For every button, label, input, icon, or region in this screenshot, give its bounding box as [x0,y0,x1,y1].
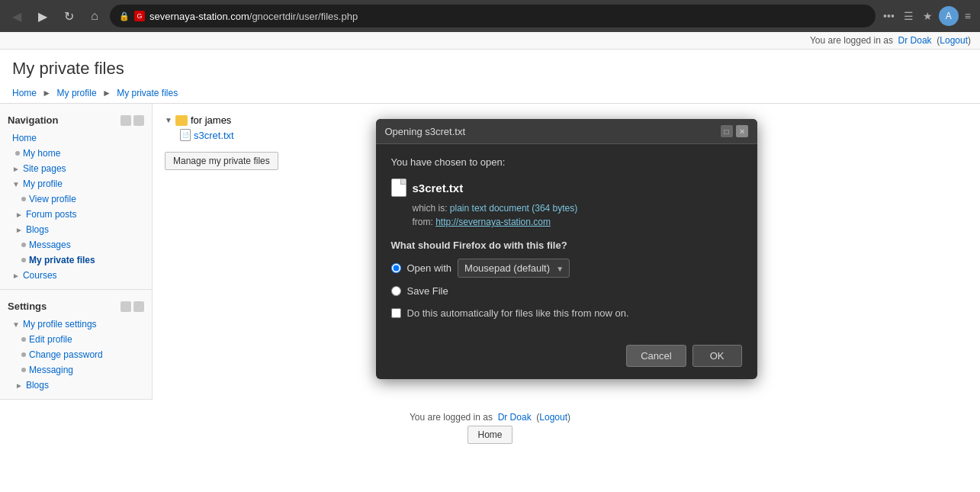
sidebar-item-home[interactable]: Home [0,130,152,146]
arrow-icon: ► [15,211,23,219]
footer-logged-in: You are logged in as Dr Doak (Logout) [12,412,968,423]
forward-button[interactable]: ▶ [32,5,53,27]
bullet-icon [15,151,20,156]
auto-label: Do this automatically for files like thi… [407,307,629,319]
sidebar-item-messages[interactable]: Messages [0,237,152,252]
open-with-label: Open with [407,262,452,274]
arrow-icon: ► [12,272,20,280]
footer-username-link[interactable]: Dr Doak [498,412,532,423]
navigation-block: Navigation Home My home ► Site pages [0,104,152,290]
dialog-title-buttons: □ ✕ [721,125,748,137]
sidebar-item-change-password[interactable]: Change password [0,347,152,362]
lock-icon: 🔒 [119,11,130,21]
arrow-icon: ▼ [12,180,20,188]
dialog-filename-text: s3cret.txt [413,182,464,195]
breadcrumb-home[interactable]: Home [12,88,37,98]
arrow-icon: ▼ [12,320,20,329]
page-title: My private files [12,59,968,79]
save-file-row: Save File [391,285,742,297]
footer-logout-link[interactable]: Logout [539,412,567,423]
settings-toggle-1[interactable] [120,301,131,312]
dialog-titlebar: Opening s3cret.txt □ ✕ [376,119,757,144]
address-bar[interactable]: 🔒 G severnaya-station.com/gnocertdir/use… [110,5,876,27]
settings-block: Settings ▼ My profile settings Edit prof… [0,290,152,400]
auto-checkbox-row: Do this automatically for files like thi… [391,307,742,319]
logout-link[interactable]: Logout [940,35,968,46]
more-button[interactable]: ••• [880,7,898,25]
open-with-radio[interactable] [391,263,401,273]
back-button[interactable]: ◀ [6,5,27,27]
sidebar-item-messaging[interactable]: Messaging [0,362,152,378]
save-file-radio[interactable] [391,286,401,296]
dialog-filename-row: s3cret.txt [391,178,742,197]
dialog-overlay: Opening s3cret.txt □ ✕ You have chosen t… [153,104,980,400]
bullet-icon [21,368,26,372]
address-text: severnaya-station.com/gnocertdir/user/fi… [149,11,358,22]
footer-home-button[interactable]: Home [468,426,512,444]
nav-toggle-2[interactable] [133,115,144,126]
bullet-icon [21,352,26,357]
file-type-text: plain text document (364 bytes) [450,203,577,214]
page-footer: You are logged in as Dr Doak (Logout) Ho… [0,400,980,456]
sidebar-item-edit-profile[interactable]: Edit profile [0,332,152,347]
sidebar-item-site-pages[interactable]: ► Site pages [0,161,152,176]
favicon: G [134,11,145,21]
sidebar-item-settings-blogs[interactable]: ► Blogs [0,378,152,393]
dialog-from-url[interactable]: http://severnaya-station.com [435,217,551,227]
top-bar: You are logged in as Dr Doak (Logout) [0,32,980,50]
file-doc-icon [391,178,406,197]
arrow-icon: ► [12,165,20,173]
dialog-minimize-button[interactable]: □ [721,125,733,137]
logged-in-message: You are logged in as Dr Doak (Logout) [810,35,971,46]
sidebar-item-profile-settings[interactable]: ▼ My profile settings [0,317,152,332]
bullet-icon [21,337,26,342]
arrow-icon: ► [15,381,23,390]
cancel-button[interactable]: Cancel [626,345,686,367]
reload-button[interactable]: ↻ [58,5,79,27]
dialog-section-title: What should Firefox do with this file? [391,240,742,251]
dialog-footer: Cancel OK [376,345,757,379]
sidebar-item-private-files[interactable]: My private files [0,252,152,268]
dialog-which-is: which is: plain text document (364 bytes… [413,203,742,214]
nav-toggle-1[interactable] [120,115,131,126]
app-select[interactable]: Mousepad (default) [458,259,570,278]
main-layout: Navigation Home My home ► Site pages [0,104,980,400]
home-button[interactable]: ⌂ [84,5,105,27]
breadcrumb-my-profile[interactable]: My profile [57,88,97,98]
dialog-intro-text: You have chosen to open: [391,156,742,168]
pocket-icon[interactable]: ☰ [901,7,917,25]
open-with-row: Open with Mousepad (default) [391,259,742,278]
settings-toggle-2[interactable] [133,301,144,312]
profile-button[interactable]: A [939,6,959,26]
settings-header: Settings [0,296,152,317]
bullet-icon [21,243,26,247]
browser-toolbar: ◀ ▶ ↻ ⌂ 🔒 G severnaya-station.com/gnocer… [0,0,980,32]
auto-checkbox[interactable] [391,308,401,318]
dialog-body: You have chosen to open: s3cret.txt whic… [376,144,757,342]
bullet-icon [21,197,26,201]
sidebar: Navigation Home My home ► Site pages [0,104,153,400]
save-file-label: Save File [407,285,448,297]
star-icon[interactable]: ★ [920,7,936,25]
bullet-icon [21,258,26,262]
dialog-from: from: http://severnaya-station.com [413,217,742,227]
sidebar-item-my-home[interactable]: My home [0,146,152,161]
username-link[interactable]: Dr Doak [898,35,932,46]
sidebar-item-my-profile[interactable]: ▼ My profile [0,176,152,191]
page-content: You are logged in as Dr Doak (Logout) My… [0,32,980,492]
sidebar-item-courses[interactable]: ► Courses [0,268,152,283]
dialog-close-button[interactable]: ✕ [736,125,748,137]
arrow-icon: ► [15,226,23,234]
ok-button[interactable]: OK [692,345,742,367]
browser-actions: ••• ☰ ★ A ≡ [880,6,974,26]
sidebar-item-blogs[interactable]: ► Blogs [0,222,152,237]
sidebar-item-view-profile[interactable]: View profile [0,191,152,207]
breadcrumb: Home ► My profile ► My private files [0,83,980,104]
breadcrumb-my-private-files[interactable]: My private files [117,88,178,98]
content-area: ▼ for james 📄 s3cret.txt Manage my priva… [153,104,980,400]
dialog-title: Opening s3cret.txt [385,126,466,137]
page-header: My private files [0,50,980,83]
app-select-wrapper: Mousepad (default) [458,259,570,278]
sidebar-item-forum-posts[interactable]: ► Forum posts [0,207,152,222]
menu-icon[interactable]: ≡ [962,7,974,25]
